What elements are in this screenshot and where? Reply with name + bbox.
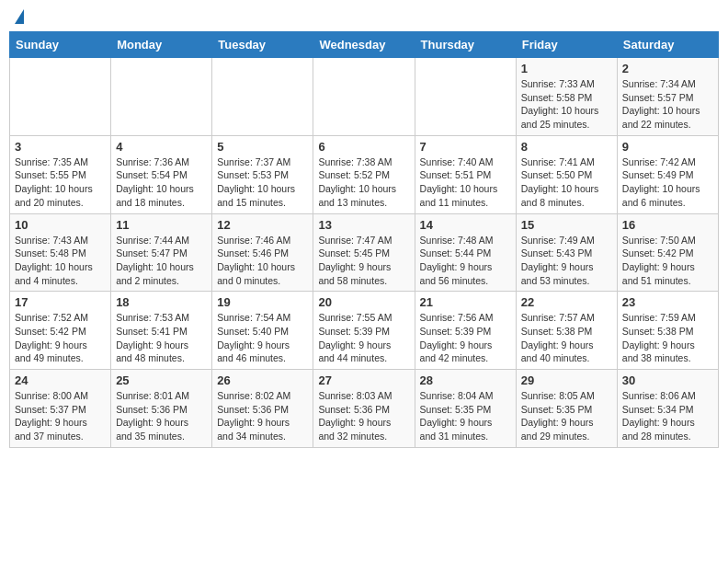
day-info: Sunrise: 7:48 AM Sunset: 5:44 PM Dayligh… (420, 234, 511, 288)
calendar-cell: 26Sunrise: 8:02 AM Sunset: 5:36 PM Dayli… (212, 370, 313, 448)
calendar-cell: 21Sunrise: 7:56 AM Sunset: 5:39 PM Dayli… (415, 292, 516, 370)
calendar-cell: 2Sunrise: 7:34 AM Sunset: 5:57 PM Daylig… (617, 58, 718, 136)
day-info: Sunrise: 7:56 AM Sunset: 5:39 PM Dayligh… (420, 311, 511, 365)
day-info: Sunrise: 7:42 AM Sunset: 5:49 PM Dayligh… (622, 155, 713, 210)
day-number: 30 (622, 373, 713, 387)
day-number: 16 (622, 218, 713, 232)
day-number: 5 (217, 140, 308, 154)
weekday-header: Friday (516, 32, 617, 58)
day-info: Sunrise: 7:59 AM Sunset: 5:38 PM Dayligh… (622, 311, 713, 365)
day-number: 18 (116, 295, 207, 309)
day-info: Sunrise: 7:52 AM Sunset: 5:42 PM Dayligh… (15, 311, 106, 365)
day-info: Sunrise: 7:35 AM Sunset: 5:55 PM Dayligh… (15, 155, 106, 210)
day-info: Sunrise: 7:49 AM Sunset: 5:43 PM Dayligh… (521, 234, 612, 288)
day-info: Sunrise: 7:33 AM Sunset: 5:58 PM Dayligh… (521, 77, 612, 132)
calendar-cell (415, 58, 516, 136)
calendar-header-row: SundayMondayTuesdayWednesdayThursdayFrid… (10, 32, 719, 58)
calendar-cell: 29Sunrise: 8:05 AM Sunset: 5:35 PM Dayli… (516, 370, 617, 448)
calendar-cell: 12Sunrise: 7:46 AM Sunset: 5:46 PM Dayli… (212, 213, 313, 292)
calendar-week-row: 17Sunrise: 7:52 AM Sunset: 5:42 PM Dayli… (10, 292, 719, 370)
day-info: Sunrise: 7:38 AM Sunset: 5:52 PM Dayligh… (318, 155, 409, 210)
day-number: 7 (420, 140, 511, 154)
calendar-cell: 25Sunrise: 8:01 AM Sunset: 5:36 PM Dayli… (111, 370, 212, 448)
day-info: Sunrise: 7:36 AM Sunset: 5:54 PM Dayligh… (116, 155, 207, 210)
day-info: Sunrise: 7:34 AM Sunset: 5:57 PM Dayligh… (622, 77, 713, 132)
calendar-table: SundayMondayTuesdayWednesdayThursdayFrid… (9, 31, 719, 448)
calendar-cell: 14Sunrise: 7:48 AM Sunset: 5:44 PM Dayli… (415, 213, 516, 292)
day-number: 3 (15, 140, 106, 154)
calendar-week-row: 1Sunrise: 7:33 AM Sunset: 5:58 PM Daylig… (10, 58, 719, 136)
calendar-cell: 30Sunrise: 8:06 AM Sunset: 5:34 PM Dayli… (617, 370, 718, 448)
day-number: 25 (116, 373, 207, 387)
calendar-cell: 7Sunrise: 7:40 AM Sunset: 5:51 PM Daylig… (415, 135, 516, 213)
calendar-cell: 27Sunrise: 8:03 AM Sunset: 5:36 PM Dayli… (313, 370, 415, 448)
day-number: 2 (622, 62, 713, 75)
day-number: 24 (15, 373, 106, 387)
day-number: 13 (318, 218, 409, 232)
calendar-cell (212, 58, 313, 136)
day-info: Sunrise: 8:01 AM Sunset: 5:36 PM Dayligh… (116, 389, 207, 443)
calendar-cell: 20Sunrise: 7:55 AM Sunset: 5:39 PM Dayli… (313, 292, 415, 370)
day-number: 11 (116, 218, 207, 232)
calendar-cell: 3Sunrise: 7:35 AM Sunset: 5:55 PM Daylig… (10, 135, 111, 213)
weekday-header: Wednesday (313, 32, 415, 58)
day-number: 17 (15, 295, 106, 309)
calendar-cell: 28Sunrise: 8:04 AM Sunset: 5:35 PM Dayli… (415, 370, 516, 448)
day-number: 28 (420, 373, 511, 387)
day-info: Sunrise: 7:57 AM Sunset: 5:38 PM Dayligh… (521, 311, 612, 365)
day-number: 8 (521, 140, 612, 154)
day-info: Sunrise: 7:40 AM Sunset: 5:51 PM Dayligh… (420, 155, 511, 210)
day-number: 19 (217, 295, 308, 309)
day-info: Sunrise: 7:54 AM Sunset: 5:40 PM Dayligh… (217, 311, 308, 365)
day-info: Sunrise: 7:53 AM Sunset: 5:41 PM Dayligh… (116, 311, 207, 365)
calendar-cell: 11Sunrise: 7:44 AM Sunset: 5:47 PM Dayli… (111, 213, 212, 292)
calendar-cell: 1Sunrise: 7:33 AM Sunset: 5:58 PM Daylig… (516, 58, 617, 136)
day-number: 21 (420, 295, 511, 309)
logo (13, 9, 24, 24)
day-info: Sunrise: 8:05 AM Sunset: 5:35 PM Dayligh… (521, 389, 612, 443)
day-info: Sunrise: 7:55 AM Sunset: 5:39 PM Dayligh… (318, 311, 409, 365)
day-number: 26 (217, 373, 308, 387)
weekday-header: Tuesday (212, 32, 313, 58)
calendar-cell: 22Sunrise: 7:57 AM Sunset: 5:38 PM Dayli… (516, 292, 617, 370)
day-number: 23 (622, 295, 713, 309)
calendar-cell: 18Sunrise: 7:53 AM Sunset: 5:41 PM Dayli… (111, 292, 212, 370)
day-info: Sunrise: 7:46 AM Sunset: 5:46 PM Dayligh… (217, 234, 308, 288)
calendar-cell: 9Sunrise: 7:42 AM Sunset: 5:49 PM Daylig… (617, 135, 718, 213)
calendar-cell (10, 58, 111, 136)
calendar-cell: 16Sunrise: 7:50 AM Sunset: 5:42 PM Dayli… (617, 213, 718, 292)
day-info: Sunrise: 7:50 AM Sunset: 5:42 PM Dayligh… (622, 234, 713, 288)
calendar-week-row: 24Sunrise: 8:00 AM Sunset: 5:37 PM Dayli… (10, 370, 719, 448)
day-number: 12 (217, 218, 308, 232)
day-info: Sunrise: 8:04 AM Sunset: 5:35 PM Dayligh… (420, 389, 511, 443)
weekday-header: Sunday (10, 32, 111, 58)
calendar-cell (313, 58, 415, 136)
day-info: Sunrise: 7:37 AM Sunset: 5:53 PM Dayligh… (217, 155, 308, 210)
day-number: 27 (318, 373, 409, 387)
day-number: 15 (521, 218, 612, 232)
day-info: Sunrise: 7:41 AM Sunset: 5:50 PM Dayligh… (521, 155, 612, 210)
weekday-header: Monday (111, 32, 212, 58)
calendar-cell: 6Sunrise: 7:38 AM Sunset: 5:52 PM Daylig… (313, 135, 415, 213)
calendar-cell: 19Sunrise: 7:54 AM Sunset: 5:40 PM Dayli… (212, 292, 313, 370)
day-number: 1 (521, 62, 612, 75)
day-number: 9 (622, 140, 713, 154)
day-info: Sunrise: 8:02 AM Sunset: 5:36 PM Dayligh… (217, 389, 308, 443)
calendar-cell: 17Sunrise: 7:52 AM Sunset: 5:42 PM Dayli… (10, 292, 111, 370)
day-number: 4 (116, 140, 207, 154)
day-number: 6 (318, 140, 409, 154)
calendar-cell: 23Sunrise: 7:59 AM Sunset: 5:38 PM Dayli… (617, 292, 718, 370)
calendar-cell: 24Sunrise: 8:00 AM Sunset: 5:37 PM Dayli… (10, 370, 111, 448)
day-number: 29 (521, 373, 612, 387)
weekday-header: Saturday (617, 32, 718, 58)
calendar-week-row: 10Sunrise: 7:43 AM Sunset: 5:48 PM Dayli… (10, 213, 719, 292)
calendar-cell: 4Sunrise: 7:36 AM Sunset: 5:54 PM Daylig… (111, 135, 212, 213)
calendar-cell (111, 58, 212, 136)
day-info: Sunrise: 7:44 AM Sunset: 5:47 PM Dayligh… (116, 234, 207, 288)
day-info: Sunrise: 7:43 AM Sunset: 5:48 PM Dayligh… (15, 234, 106, 288)
day-info: Sunrise: 8:06 AM Sunset: 5:34 PM Dayligh… (622, 389, 713, 443)
day-number: 22 (521, 295, 612, 309)
day-info: Sunrise: 8:00 AM Sunset: 5:37 PM Dayligh… (15, 389, 106, 443)
day-number: 14 (420, 218, 511, 232)
calendar-cell: 10Sunrise: 7:43 AM Sunset: 5:48 PM Dayli… (10, 213, 111, 292)
